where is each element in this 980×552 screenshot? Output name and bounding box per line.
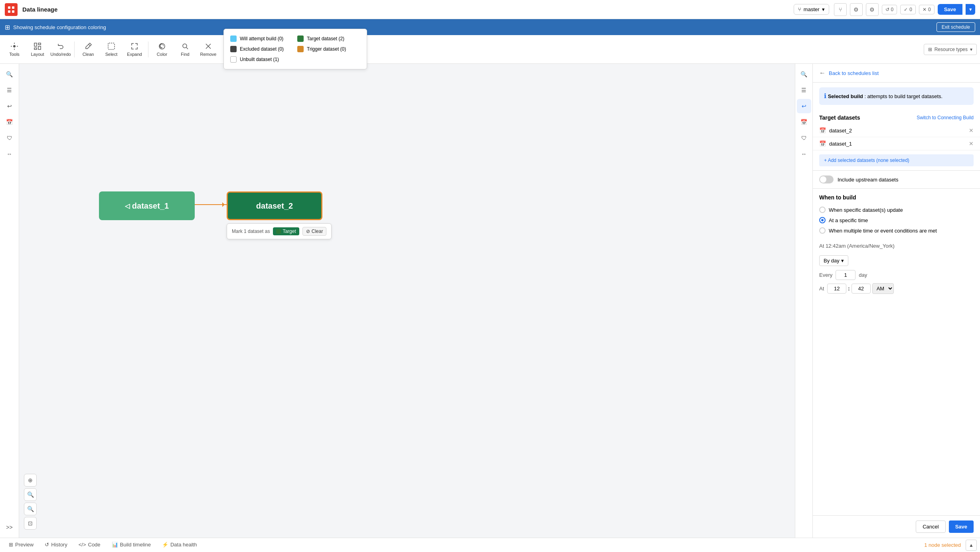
legend-label-3: Trigger dataset (0) [307, 46, 346, 52]
layout-tool[interactable]: Layout [26, 37, 49, 61]
back-to-schedules-link[interactable]: Back to schedules list [829, 70, 879, 76]
list-sidebar-icon[interactable]: ☰ [2, 83, 17, 97]
expand-tool[interactable]: Expand [123, 37, 146, 61]
search-sidebar-icon[interactable]: 🔍 [2, 67, 17, 81]
remove-tool[interactable]: Remove [197, 37, 219, 61]
mark-clear-button[interactable]: ⊘ Clear [302, 227, 327, 236]
mark-dataset-popup: Mark 1 dataset as Target ⊘ Clear [227, 223, 332, 239]
cancel-button[interactable]: Cancel [916, 520, 945, 533]
radio-0-label: When specific dataset(s) update [829, 207, 903, 213]
clean-tool[interactable]: Clean [77, 37, 99, 61]
color-tool[interactable]: Color [151, 37, 173, 61]
back-sidebar-icon[interactable]: ↩ [2, 99, 17, 113]
dataset-node-1[interactable]: ◁ dataset_1 [99, 191, 195, 220]
collapse-tabs-button[interactable]: ▲ [966, 540, 977, 551]
tab-data-health[interactable]: ⚡ Data health [156, 538, 203, 552]
dataset-node-2[interactable]: dataset_2 [227, 191, 322, 220]
dataset-1-name: dataset_1 [829, 141, 852, 147]
tab-code[interactable]: </> Code [73, 538, 106, 552]
tab-preview-label: Preview [15, 542, 34, 548]
panel-footer: Cancel Save [813, 515, 980, 538]
dataset-2-name: dataset_2 [829, 128, 852, 134]
radio-option-2[interactable]: When multiple time or event conditions a… [819, 225, 974, 236]
shield-sidebar-icon[interactable]: 🛡 [2, 131, 17, 145]
dataset-tag-1: 📅 dataset_1 ✕ [813, 137, 980, 150]
add-datasets-button[interactable]: + Add selected datasets (none selected) [819, 154, 974, 166]
calendar-right-icon[interactable]: 📅 [797, 115, 811, 129]
save-dropdown[interactable]: ▾ [966, 4, 975, 15]
arrows-right-icon[interactable]: ↔ [797, 147, 811, 161]
svg-point-4 [13, 45, 16, 47]
legend-color-3 [297, 46, 304, 52]
legend-label-4: Unbuilt dataset (1) [240, 57, 279, 62]
tools-label: Tools [9, 52, 20, 57]
zoom-out-button[interactable]: 🔍 [24, 503, 37, 515]
ampm-select[interactable]: AM PM [872, 283, 894, 294]
save-button[interactable]: Save [938, 4, 962, 15]
puzzle-icon[interactable]: ⚙ [850, 3, 863, 16]
list-right-icon[interactable]: ☰ [797, 83, 811, 97]
check-counter[interactable]: ✓0 [900, 5, 916, 14]
resource-types-button[interactable]: ⊞ Resource types ▾ [924, 44, 977, 55]
branch-chevron: ▾ [822, 6, 825, 12]
canvas-area[interactable]: ◁ dataset_1 dataset_2 Mark 1 dataset as … [19, 64, 795, 538]
by-day-label: By day [824, 258, 840, 264]
app-logo [5, 3, 18, 16]
back-right-icon[interactable]: ↩ [797, 99, 811, 113]
zoom-in-button[interactable]: 🔍 [24, 488, 37, 501]
tab-preview[interactable]: ⊞ Preview [3, 538, 39, 552]
tab-history[interactable]: ↺ History [39, 538, 73, 552]
time-separator: : [848, 286, 850, 292]
include-upstream: Include upstream datasets [813, 170, 980, 188]
when-to-build-section: When to build When specific dataset(s) u… [813, 188, 980, 300]
git-icon[interactable]: ⑂ [834, 3, 847, 16]
legend-label-1: Target dataset (2) [307, 36, 344, 41]
dataset-2-icon: 📅 [819, 127, 826, 134]
tools-tool[interactable]: Tools [3, 37, 26, 61]
tab-build-timeline[interactable]: 📊 Build timeline [106, 538, 156, 552]
x-counter[interactable]: ✕0 [919, 5, 935, 14]
hour-input[interactable] [827, 284, 846, 294]
svg-rect-1 [12, 6, 14, 9]
radio-option-0[interactable]: When specific dataset(s) update [819, 205, 974, 215]
upstream-toggle[interactable] [819, 175, 834, 183]
exit-schedule-button[interactable]: Exit schedule [937, 22, 975, 32]
svg-rect-10 [108, 43, 115, 49]
minute-input[interactable] [852, 284, 871, 294]
remove-dataset-2-button[interactable]: ✕ [969, 127, 974, 134]
svg-rect-6 [38, 43, 41, 45]
svg-rect-0 [8, 6, 10, 9]
by-day-button[interactable]: By day ▾ [819, 255, 848, 266]
history-icon: ↺ [45, 542, 49, 548]
tab-build-timeline-label: Build timeline [120, 542, 151, 548]
settings-icon[interactable]: ⚙ [866, 3, 879, 16]
undo-redo-tool[interactable]: Undo/redo [49, 37, 72, 61]
radio-1-label: At a specific time [829, 217, 868, 223]
mark-target-button[interactable]: Target [273, 227, 299, 235]
schedule-time-text: At 12:42am (America/New_York) [819, 240, 974, 252]
calendar-sidebar-icon[interactable]: 📅 [2, 115, 17, 129]
zoom-center-button[interactable]: ⊕ [24, 474, 37, 487]
arrows-sidebar-icon[interactable]: ↔ [2, 147, 17, 161]
toggle-knob [820, 176, 826, 183]
shield-right-icon[interactable]: 🛡 [797, 131, 811, 145]
remove-dataset-1-button[interactable]: ✕ [969, 140, 974, 147]
refresh-counter[interactable]: ↺0 [882, 5, 897, 14]
radio-option-1[interactable]: At a specific time [819, 215, 974, 225]
svg-rect-7 [38, 46, 41, 49]
select-tool[interactable]: Select [100, 37, 122, 61]
save-panel-button[interactable]: Save [949, 520, 974, 533]
branch-selector[interactable]: ⑂ master ▾ [794, 4, 829, 15]
svg-line-9 [89, 44, 90, 46]
every-value-input[interactable] [836, 270, 856, 280]
search-right-icon[interactable]: 🔍 [797, 67, 811, 81]
find-tool[interactable]: Find [174, 37, 196, 61]
zoom-fit-button[interactable]: ⊡ [24, 517, 37, 530]
dataset-2-label: dataset_2 [256, 201, 293, 211]
target-datasets-section: Target datasets Switch to Connecting Bui… [813, 110, 980, 124]
right-panel: ← Back to schedules list ℹ Selected buil… [812, 64, 980, 538]
switch-to-connecting-link[interactable]: Switch to Connecting Build [917, 115, 974, 120]
main-container: 🔍 ☰ ↩ 📅 🛡 ↔ >> ◁ dataset_1 dataset_2 Mar… [0, 64, 980, 538]
chevron-right-sidebar-icon[interactable]: >> [2, 520, 17, 534]
target-color-icon [276, 229, 281, 234]
